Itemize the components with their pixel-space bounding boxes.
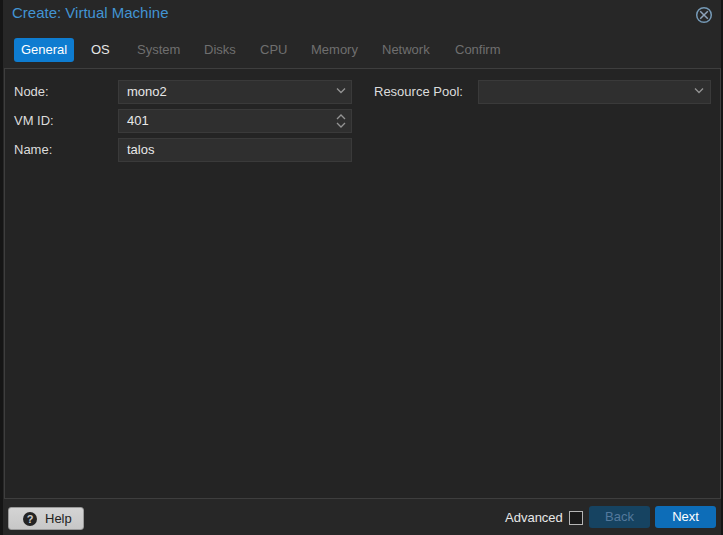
svg-text:?: ? <box>27 513 34 525</box>
